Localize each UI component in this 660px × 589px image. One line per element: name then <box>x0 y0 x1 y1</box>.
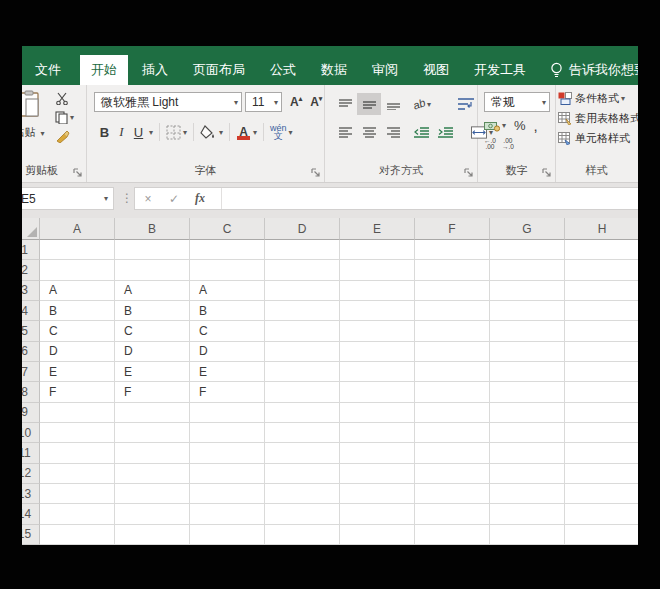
cell-F12[interactable] <box>415 464 490 484</box>
cell-E4[interactable] <box>340 301 415 321</box>
cell-B5[interactable]: C <box>115 321 190 341</box>
align-middle-button[interactable] <box>357 93 381 115</box>
column-header-D[interactable]: D <box>265 218 340 240</box>
cell-C3[interactable]: A <box>190 281 265 301</box>
cell-A15[interactable] <box>40 525 115 545</box>
cell-A12[interactable] <box>40 464 115 484</box>
cell-C14[interactable] <box>190 504 265 524</box>
cell-H15[interactable] <box>565 525 638 545</box>
cell-B3[interactable]: A <box>115 281 190 301</box>
tell-me-box[interactable]: 告诉我你想要做什么 <box>550 55 638 85</box>
cell-A6[interactable]: D <box>40 342 115 362</box>
cell-E6[interactable] <box>340 342 415 362</box>
align-center-button[interactable] <box>357 121 381 143</box>
cell-F5[interactable] <box>415 321 490 341</box>
cell-D2[interactable] <box>265 260 340 280</box>
row-header-9[interactable]: 9 <box>22 403 40 423</box>
cell-A11[interactable] <box>40 443 115 463</box>
cell-F7[interactable] <box>415 362 490 382</box>
row-header-11[interactable]: 11 <box>22 443 40 463</box>
cell-G2[interactable] <box>490 260 565 280</box>
cell-E7[interactable] <box>340 362 415 382</box>
cell-A3[interactable]: A <box>40 281 115 301</box>
borders-caret-icon[interactable]: ▾ <box>183 128 187 137</box>
cell-E2[interactable] <box>340 260 415 280</box>
column-header-B[interactable]: B <box>115 218 190 240</box>
column-header-E[interactable]: E <box>340 218 415 240</box>
cell-F3[interactable] <box>415 281 490 301</box>
cell-C8[interactable]: F <box>190 382 265 402</box>
italic-button[interactable]: I <box>113 124 130 140</box>
decrease-decimal-button[interactable]: .00 →.0 <box>502 138 514 150</box>
cell-B7[interactable]: E <box>115 362 190 382</box>
cell-C15[interactable] <box>190 525 265 545</box>
cell-G10[interactable] <box>490 423 565 443</box>
cell-D15[interactable] <box>265 525 340 545</box>
cell-H14[interactable] <box>565 504 638 524</box>
tab-insert[interactable]: 插入 <box>131 55 179 85</box>
cell-E10[interactable] <box>340 423 415 443</box>
row-header-1[interactable]: 1 <box>22 240 40 260</box>
cell-C12[interactable] <box>190 464 265 484</box>
cell-B11[interactable] <box>115 443 190 463</box>
cell-E8[interactable] <box>340 382 415 402</box>
name-box[interactable]: E5▾ <box>22 187 114 210</box>
cell-G3[interactable] <box>490 281 565 301</box>
cell-A10[interactable] <box>40 423 115 443</box>
cell-D9[interactable] <box>265 403 340 423</box>
row-header-12[interactable]: 12 <box>22 464 40 484</box>
cell-D4[interactable] <box>265 301 340 321</box>
comma-style-button[interactable]: , <box>534 122 538 130</box>
cell-A4[interactable]: B <box>40 301 115 321</box>
cell-A2[interactable] <box>40 260 115 280</box>
tab-formulas[interactable]: 公式 <box>259 55 307 85</box>
number-format-combo[interactable]: 常规▾ <box>484 92 550 112</box>
cell-C10[interactable] <box>190 423 265 443</box>
cell-H13[interactable] <box>565 484 638 504</box>
font-color-button[interactable]: A <box>236 125 251 139</box>
cell-G13[interactable] <box>490 484 565 504</box>
cell-B4[interactable]: B <box>115 301 190 321</box>
cell-D8[interactable] <box>265 382 340 402</box>
underline-caret-icon[interactable]: ▾ <box>149 128 153 137</box>
cell-H7[interactable] <box>565 362 638 382</box>
cell-B12[interactable] <box>115 464 190 484</box>
cell-G14[interactable] <box>490 504 565 524</box>
cell-B1[interactable] <box>115 240 190 260</box>
cell-A9[interactable] <box>40 403 115 423</box>
align-bottom-button[interactable] <box>381 93 405 115</box>
bold-button[interactable]: B <box>96 125 113 140</box>
row-header-10[interactable]: 10 <box>22 423 40 443</box>
cell-F11[interactable] <box>415 443 490 463</box>
column-header-F[interactable]: F <box>415 218 490 240</box>
cell-G7[interactable] <box>490 362 565 382</box>
cell-G5[interactable] <box>490 321 565 341</box>
cell-D10[interactable] <box>265 423 340 443</box>
cell-D13[interactable] <box>265 484 340 504</box>
underline-button[interactable]: U <box>130 125 147 140</box>
cell-D3[interactable] <box>265 281 340 301</box>
font-size-combo[interactable]: 11▾ <box>245 92 282 112</box>
row-header-3[interactable]: 3 <box>22 281 40 301</box>
paste-button[interactable]: 粘贴 ▾ <box>22 90 52 140</box>
row-header-4[interactable]: 4 <box>22 301 40 321</box>
cell-E15[interactable] <box>340 525 415 545</box>
cell-F9[interactable] <box>415 403 490 423</box>
cell-F14[interactable] <box>415 504 490 524</box>
cell-H5[interactable] <box>565 321 638 341</box>
accounting-format-button[interactable]: ▾ <box>484 120 506 132</box>
cell-F2[interactable] <box>415 260 490 280</box>
cancel-button[interactable]: × <box>135 192 161 206</box>
cell-C11[interactable] <box>190 443 265 463</box>
cell-H12[interactable] <box>565 464 638 484</box>
cell-E14[interactable] <box>340 504 415 524</box>
cell-H6[interactable] <box>565 342 638 362</box>
row-header-8[interactable]: 8 <box>22 382 40 402</box>
tab-developer[interactable]: 开发工具 <box>463 55 537 85</box>
cell-E5[interactable] <box>340 321 415 341</box>
cell-B13[interactable] <box>115 484 190 504</box>
tab-page-layout[interactable]: 页面布局 <box>182 55 256 85</box>
column-header-C[interactable]: C <box>190 218 265 240</box>
format-painter-icon[interactable] <box>55 130 70 143</box>
insert-function-button[interactable]: fx <box>187 191 213 206</box>
